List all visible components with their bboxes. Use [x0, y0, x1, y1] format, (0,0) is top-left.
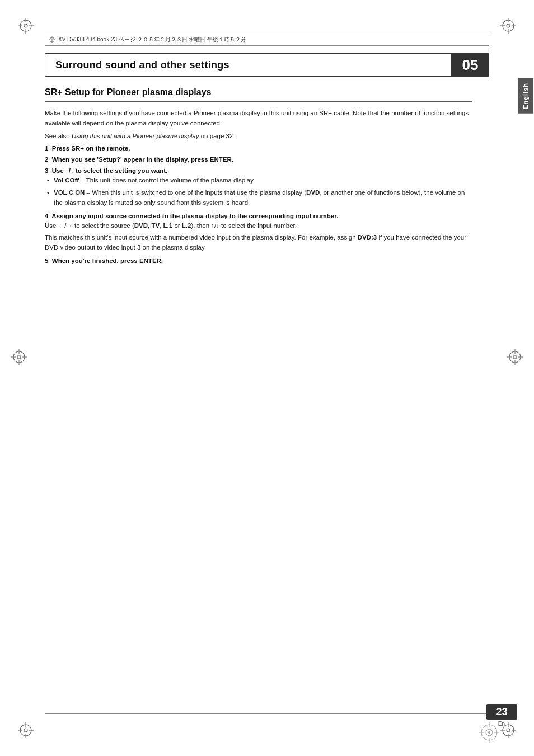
language-tab: English — [518, 78, 533, 114]
step-1-text: Press SR+ on the remote. — [52, 145, 130, 152]
corner-mark-top-right — [498, 16, 518, 36]
step-1: 1 Press SR+ on the remote. — [45, 145, 472, 152]
step-5-header: 5 When you're finished, press ENTER. — [45, 257, 472, 264]
step-3-bullet-2: VOL C ON – When this unit is switched to… — [45, 188, 472, 208]
file-info-text: XV-DV333-434.book 23 ページ ２０５年２月２３日 水曜日 午… — [58, 36, 246, 44]
chapter-title: Surround sound and other settings — [55, 59, 229, 71]
step-3: 3 Use ↑/↓ to select the setting you want… — [45, 167, 472, 208]
language-sidebar: English — [517, 53, 534, 187]
step-2: 2 When you see 'Setup?' appear in the di… — [45, 156, 472, 163]
svg-point-44 — [488, 731, 490, 734]
step-4-body-2: This matches this unit's input source wi… — [45, 233, 472, 253]
corner-mark-right-mid — [505, 347, 525, 367]
main-content: SR+ Setup for Pioneer plasma displays Ma… — [45, 87, 472, 700]
decorative-circle-bottom-right — [478, 721, 500, 746]
chapter-header: Surround sound and other settings 05 — [45, 53, 489, 77]
svg-point-13 — [51, 39, 53, 40]
corner-mark-bottom-left — [16, 720, 36, 740]
section-title: SR+ Setup for Pioneer plasma displays — [45, 87, 472, 98]
see-also-text: See also Using this unit with a Pioneer … — [45, 132, 472, 142]
step-1-header: 1 Press SR+ on the remote. — [45, 145, 472, 152]
step-3-header: 3 Use ↑/↓ to select the setting you want… — [45, 167, 472, 174]
svg-point-19 — [17, 355, 21, 359]
chapter-number-box: 05 — [451, 53, 489, 77]
svg-point-25 — [513, 355, 517, 359]
bottom-rule — [45, 713, 489, 714]
svg-point-1 — [24, 24, 27, 27]
step-4-text: Assign any input source connected to the… — [51, 213, 338, 219]
intro-text: Make the following settings if you have … — [45, 109, 472, 129]
step-5-text: When you're finished, press ENTER. — [52, 257, 163, 264]
crosshair-icon — [48, 36, 56, 44]
svg-point-31 — [24, 729, 27, 732]
file-info-bar: XV-DV333-434.book 23 ページ ２０５年２月２３日 水曜日 午… — [45, 34, 489, 46]
corner-mark-bottom-right — [498, 720, 518, 740]
corner-mark-top-left — [16, 16, 36, 36]
page-number-box: 23 — [486, 704, 517, 720]
step-4-body: Use ←/→ to select the source (DVD, TV, L… — [45, 221, 472, 231]
step-5: 5 When you're finished, press ENTER. — [45, 257, 472, 264]
step-4-header: 4 Assign any input source connected to t… — [45, 213, 472, 219]
step-2-text: When you see 'Setup?' appear in the disp… — [52, 156, 233, 163]
svg-point-37 — [507, 729, 510, 732]
chapter-title-box: Surround sound and other settings — [45, 53, 451, 77]
corner-mark-left-mid — [9, 347, 29, 367]
step-3-bullet-1: Vol COff – This unit does not control th… — [45, 176, 472, 186]
svg-point-7 — [507, 24, 510, 27]
section-title-container: SR+ Setup for Pioneer plasma displays — [45, 87, 472, 102]
page-number: 23 — [496, 706, 507, 718]
step-4: 4 Assign any input source connected to t… — [45, 213, 472, 253]
chapter-number: 05 — [462, 57, 479, 74]
step-2-header: 2 When you see 'Setup?' appear in the di… — [45, 156, 472, 163]
step-3-text: Use ↑/↓ to select the setting you want. — [52, 167, 167, 174]
